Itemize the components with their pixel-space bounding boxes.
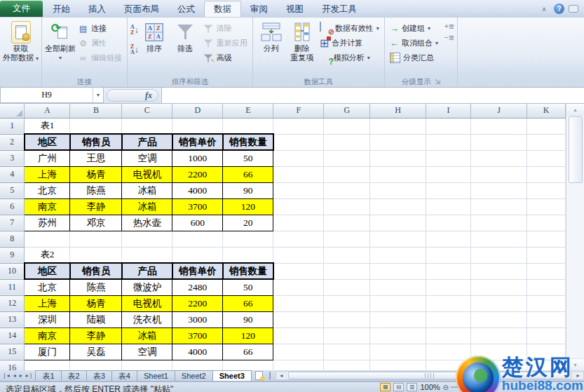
cell-I13[interactable] [426, 311, 471, 327]
cell-E16[interactable] [223, 360, 273, 370]
cell-B1[interactable] [70, 118, 122, 134]
get-external-data-button[interactable]: 获取 外部数据 ▾ [3, 19, 39, 63]
dialog-launcher-icon[interactable]: ⇲ [435, 78, 440, 86]
page-layout-view-button[interactable]: ▤ [393, 383, 404, 391]
cell-G5[interactable] [324, 182, 370, 198]
cell-E11[interactable]: 50 [223, 279, 273, 295]
cell-C9[interactable] [122, 247, 172, 263]
cell-B8[interactable] [70, 231, 122, 247]
row-header-11[interactable]: 11 [0, 279, 25, 295]
cell-G13[interactable] [324, 311, 370, 327]
cell-B9[interactable] [70, 247, 122, 263]
tab-开发工具[interactable]: 开发工具 [313, 2, 366, 17]
cell-A13[interactable]: 深圳 [25, 311, 70, 327]
tab-视图[interactable]: 视图 [277, 2, 313, 17]
column-header-A[interactable]: A [25, 104, 70, 118]
cell-C14[interactable]: 冰箱 [122, 327, 172, 344]
cell-D9[interactable] [172, 247, 223, 263]
cell-F10[interactable] [273, 263, 324, 279]
edit-links-button[interactable]: ∞ 编辑链接 [76, 50, 124, 65]
row-header-10[interactable]: 10 [0, 263, 25, 279]
cell-E13[interactable]: 90 [223, 311, 273, 327]
column-header-G[interactable]: G [324, 104, 370, 118]
ungroup-button[interactable]: ← 取消组合 ▾ [388, 36, 440, 50]
cell-I2[interactable] [426, 134, 471, 150]
cell-H13[interactable] [370, 311, 426, 327]
data-validation-button[interactable]: ⊘ 数据有效性 ▾ [318, 21, 381, 36]
cell-D6[interactable]: 3700 [172, 198, 223, 215]
remove-duplicates-button[interactable]: 删除 重复项 [287, 19, 318, 62]
cell-G7[interactable] [324, 215, 370, 231]
cell-F16[interactable] [273, 360, 324, 370]
cell-J12[interactable] [471, 295, 527, 311]
cell-D4[interactable]: 2200 [172, 166, 223, 182]
row-header-15[interactable]: 15 [0, 344, 25, 360]
normal-view-button[interactable]: ▦ [380, 383, 391, 391]
cell-K1[interactable] [527, 118, 565, 134]
cell-H9[interactable] [370, 247, 426, 263]
sort-button[interactable]: AZ ZA 排序 [139, 19, 170, 53]
cell-J3[interactable] [471, 150, 527, 166]
what-if-analysis-button[interactable]: ? 模拟分析 ▾ [318, 50, 381, 65]
cell-F15[interactable] [273, 344, 324, 360]
sort-descending-icon[interactable]: ZA ↓ [130, 43, 139, 57]
show-detail-button[interactable]: +≣ [444, 23, 454, 30]
cell-B14[interactable]: 李静 [70, 327, 122, 344]
cell-J4[interactable] [471, 166, 527, 182]
cell-D5[interactable]: 4000 [172, 182, 223, 198]
cell-C5[interactable]: 冰箱 [122, 182, 172, 198]
cell-K14[interactable] [527, 327, 565, 344]
cell-C6[interactable]: 冰箱 [122, 198, 172, 215]
name-box[interactable]: H9 ▾ [0, 88, 104, 103]
tab-插入[interactable]: 插入 [79, 2, 115, 17]
cell-J9[interactable] [471, 247, 527, 263]
insert-worksheet-button[interactable] [251, 370, 267, 381]
cell-E6[interactable]: 120 [223, 198, 273, 215]
row-header-7[interactable]: 7 [0, 215, 25, 231]
tab-file[interactable]: 文件 [0, 1, 43, 17]
cell-H12[interactable] [370, 295, 426, 311]
cell-E1[interactable] [223, 118, 273, 134]
cell-K9[interactable] [527, 247, 565, 263]
cell-I8[interactable] [426, 231, 471, 247]
cell-A7[interactable]: 苏州 [25, 215, 70, 231]
cell-J10[interactable] [471, 263, 527, 279]
cell-G8[interactable] [324, 231, 370, 247]
cell-I7[interactable] [426, 215, 471, 231]
cell-F7[interactable] [273, 215, 324, 231]
cell-F3[interactable] [273, 150, 324, 166]
cell-J2[interactable] [471, 134, 527, 150]
cell-E9[interactable] [223, 247, 273, 263]
select-all-corner[interactable] [0, 104, 25, 118]
cell-I9[interactable] [426, 247, 471, 263]
cell-K11[interactable] [527, 279, 565, 295]
cell-A15[interactable]: 厦门 [25, 344, 70, 360]
cell-J11[interactable] [471, 279, 527, 295]
cell-E5[interactable]: 90 [223, 182, 273, 198]
cell-F12[interactable] [273, 295, 324, 311]
cell-H15[interactable] [370, 344, 426, 360]
cell-I1[interactable] [426, 118, 471, 134]
row-header-8[interactable]: 8 [0, 231, 25, 247]
cell-C7[interactable]: 热水壶 [122, 215, 172, 231]
cell-H14[interactable] [370, 327, 426, 344]
cell-A3[interactable]: 广州 [25, 150, 70, 166]
cell-D14[interactable]: 3700 [172, 327, 223, 344]
cell-B11[interactable]: 陈燕 [70, 279, 122, 295]
cell-D2[interactable]: 销售单价 [172, 134, 223, 150]
cell-C1[interactable] [122, 118, 172, 134]
cell-B7[interactable]: 邓京 [70, 215, 122, 231]
refresh-all-button[interactable]: ⟳ 全部刷新 ▾ [45, 19, 76, 62]
tab-页面布局[interactable]: 页面布局 [115, 2, 168, 17]
cell-G11[interactable] [324, 279, 370, 295]
cell-H4[interactable] [370, 166, 426, 182]
cell-H2[interactable] [370, 134, 426, 150]
cell-F5[interactable] [273, 182, 324, 198]
cell-C12[interactable]: 电视机 [122, 295, 172, 311]
cell-F14[interactable] [273, 327, 324, 344]
tab-数据[interactable]: 数据 [204, 1, 241, 17]
cell-E4[interactable]: 66 [223, 166, 273, 182]
cell-A14[interactable]: 南京 [25, 327, 70, 344]
minimize-window-icon[interactable] [569, 5, 578, 13]
first-sheet-icon[interactable]: ❘◂ [2, 373, 10, 379]
